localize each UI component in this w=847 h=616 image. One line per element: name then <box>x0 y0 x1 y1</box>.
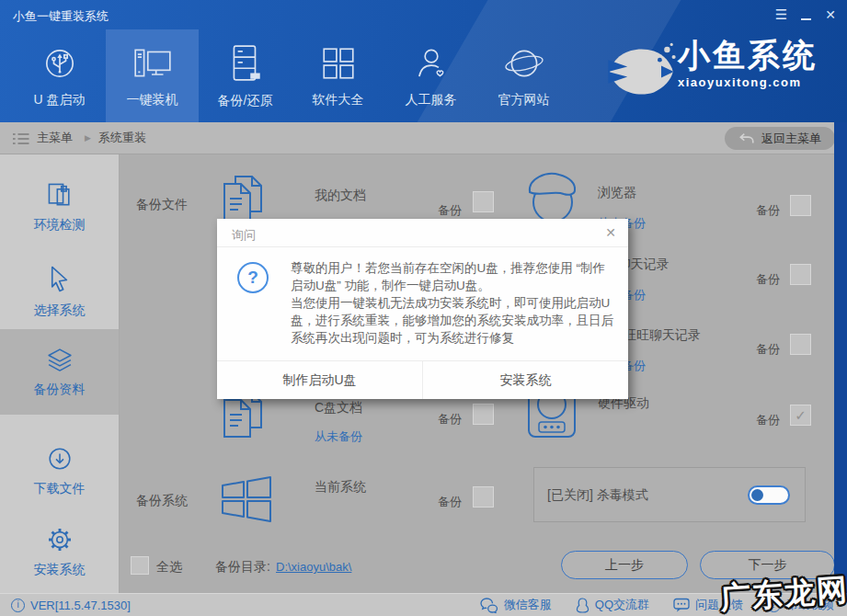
dialog-title: 询问 <box>232 227 256 244</box>
window-controls: ☰ ✕ <box>775 4 836 26</box>
nav-item-label: 一键装机 <box>127 92 178 108</box>
minimize-icon[interactable] <box>801 18 811 20</box>
antivirus-mode-box: [已关闭] 杀毒模式 <box>533 467 806 522</box>
backup-checkbox-hardware-driver[interactable]: ✓ <box>790 405 811 426</box>
backup-dir-link[interactable]: D:\xiaoyu\bak\ <box>276 560 351 574</box>
antivirus-toggle[interactable] <box>748 485 790 505</box>
wechat-icon <box>480 598 498 613</box>
sidebar-item-backup-data[interactable]: 备份资料 <box>0 329 119 415</box>
sidebar-item-select-system[interactable]: 选择系统 <box>0 249 119 335</box>
back-button-label: 返回主菜单 <box>761 131 821 147</box>
brand-text: 小鱼系统 xiaoyuxitong.com <box>678 37 818 89</box>
prev-step-button[interactable]: 上一步 <box>561 551 688 579</box>
info-glyph: i <box>17 600 18 610</box>
sidebar-item-label: 下载文件 <box>34 481 86 497</box>
apps-grid-icon <box>319 44 358 83</box>
brand-title: 小鱼系统 <box>678 37 818 74</box>
backup-dir-label: 备份目录: <box>215 559 270 576</box>
backup-checkbox-aliww[interactable] <box>790 334 811 355</box>
nav-item-label: 软件大全 <box>313 92 364 108</box>
env-check-icon <box>45 180 74 210</box>
select-all-label: 全选 <box>156 559 182 576</box>
info-icon: i <box>11 599 25 612</box>
sidebar-item-label: 选择系统 <box>34 302 86 319</box>
backup-checkbox-label: 备份 <box>438 411 462 428</box>
sidebar-item-label: 安装系统 <box>34 562 86 578</box>
status-link-label: 微信客服 <box>504 597 552 613</box>
backup-checkbox-my-docs[interactable] <box>473 191 494 212</box>
layers-icon <box>44 347 75 374</box>
sidebar-item-env-check[interactable]: 环境检测 <box>0 164 119 249</box>
nav-item-software-center[interactable]: 软件大全 <box>292 29 384 122</box>
cursor-icon <box>46 265 74 295</box>
nav-item-human-service[interactable]: 人工服务 <box>384 29 477 122</box>
inquiry-dialog: 询问 ✕ ? 尊敬的用户！若您当前存在空闲的U盘，推荐您使用 “制作启动U盘” … <box>217 219 628 399</box>
window-edge-strip <box>834 122 847 593</box>
backup-checkbox-browser[interactable] <box>790 195 811 216</box>
close-icon[interactable]: ✕ <box>825 4 836 26</box>
qq-group-link[interactable]: QQ交流群 <box>576 597 649 613</box>
window-title: 小鱼一键重装系统 <box>13 8 109 25</box>
nav-item-label: 人工服务 <box>406 92 457 108</box>
document-icon <box>217 173 269 224</box>
back-to-main-menu-button[interactable]: 返回主菜单 <box>725 127 835 150</box>
check-icon: ✓ <box>795 407 807 424</box>
main-nav: U 盘启动 一键装机 备份/还原 软件大全 <box>13 29 570 122</box>
backup-item-title: 浏览器 <box>598 185 636 201</box>
antivirus-mode-label: [已关闭] 杀毒模式 <box>547 487 648 504</box>
version-info: i VER[11.5.47.1530] <box>11 594 131 616</box>
section-label-backup-files: 备份文件 <box>136 197 188 213</box>
nav-item-official-site[interactable]: 官方网站 <box>477 29 570 122</box>
desktop-computer-icon <box>132 44 174 83</box>
backup-item-title: C盘文档 <box>315 400 362 416</box>
version-text: VER[11.5.47.1530] <box>30 599 131 612</box>
sidebar-item-label: 备份资料 <box>34 382 86 398</box>
section-label-backup-system: 备份系统 <box>136 493 188 509</box>
breadcrumb-current: 系统重装 <box>98 122 146 154</box>
breadcrumb-bar: 主菜单 ▶ 系统重装 返回主菜单 <box>0 122 847 154</box>
list-icon <box>13 132 29 145</box>
watermark: 广东龙网 <box>719 569 847 616</box>
make-boot-usb-button[interactable]: 制作启动U盘 <box>217 361 423 399</box>
sidebar-item-download-files[interactable]: 下载文件 <box>0 428 119 513</box>
menu-icon[interactable]: ☰ <box>775 4 787 26</box>
status-link-label: QQ交流群 <box>595 597 649 613</box>
question-glyph: ? <box>247 268 258 288</box>
sidebar-item-label: 环境检测 <box>34 217 86 234</box>
sidebar: 环境检测 选择系统 备份资料 下载文件 安装系统 <box>0 154 120 593</box>
backup-checkbox-label: 备份 <box>438 494 462 510</box>
backup-checkbox-label: 备份 <box>756 412 780 428</box>
dialog-close-icon[interactable]: ✕ <box>605 225 616 240</box>
sidebar-item-install-system[interactable]: 安装系统 <box>0 508 119 594</box>
backup-status-link[interactable]: 从未备份 <box>315 428 362 445</box>
nav-item-usb-boot[interactable]: U 盘启动 <box>13 29 106 122</box>
app-header: 小鱼一键重装系统 ☰ ✕ U 盘启动 一键装机 <box>0 0 847 122</box>
gear-icon <box>45 525 74 554</box>
dialog-body: ? 尊敬的用户！若您当前存在空闲的U盘，推荐您使用 “制作启动U盘” 功能，制作… <box>217 247 628 360</box>
wechat-support-link[interactable]: 微信客服 <box>480 597 552 613</box>
breadcrumb-root[interactable]: 主菜单 <box>37 122 73 154</box>
dialog-message: 尊敬的用户！若您当前存在空闲的U盘，推荐您使用 “制作启动U盘” 功能，制作一键… <box>291 259 616 347</box>
globe-icon <box>503 44 545 83</box>
nav-item-one-key-install[interactable]: 一键装机 <box>106 29 199 122</box>
feedback-bubble-icon <box>673 598 690 612</box>
backup-checkbox-qq-chat[interactable] <box>790 264 811 285</box>
nav-item-backup-restore[interactable]: 备份/还原 <box>199 29 292 122</box>
fish-logo-icon <box>602 39 676 105</box>
backup-checkbox-label: 备份 <box>756 271 780 288</box>
backup-checkbox-c-drive[interactable] <box>473 404 494 425</box>
nav-item-label: 官方网站 <box>498 92 550 108</box>
dialog-header: 询问 ✕ <box>217 219 628 247</box>
select-all-checkbox[interactable] <box>131 556 149 575</box>
back-arrow-icon <box>738 132 755 144</box>
nav-item-label: U 盘启动 <box>34 92 86 108</box>
backup-item-title: 我的文档 <box>315 188 366 204</box>
brand-logo: 小鱼系统 xiaoyuxitong.com <box>593 33 841 110</box>
qq-penguin-icon <box>576 598 589 613</box>
server-backup-icon <box>226 43 265 84</box>
install-system-button[interactable]: 安装系统 <box>423 361 628 399</box>
backup-checkbox-current-system[interactable] <box>473 486 494 508</box>
backup-checkbox-label: 备份 <box>756 341 780 358</box>
backup-item-title: 当前系统 <box>315 479 366 496</box>
usb-icon <box>40 44 79 83</box>
